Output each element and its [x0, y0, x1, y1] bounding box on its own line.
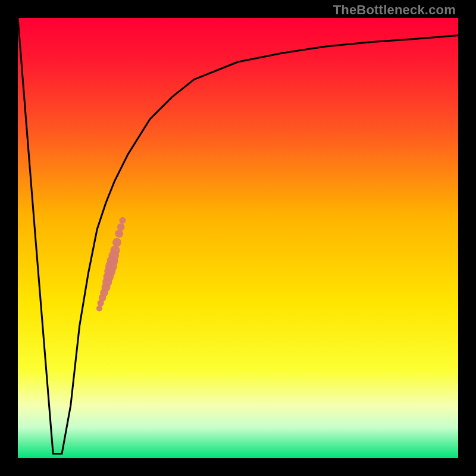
chart-frame: TheBottleneck.com: [0, 0, 476, 476]
highlight-dot: [120, 217, 126, 224]
watermark-text: TheBottleneck.com: [333, 2, 456, 18]
highlight-dots: [96, 217, 126, 312]
curve-layer: [18, 18, 458, 458]
highlight-dot: [117, 223, 125, 231]
bottleneck-curve: [18, 18, 458, 454]
highlight-dot: [110, 246, 120, 255]
highlight-dot: [112, 238, 121, 247]
plot-area: [18, 18, 458, 458]
highlight-dot: [115, 230, 123, 238]
